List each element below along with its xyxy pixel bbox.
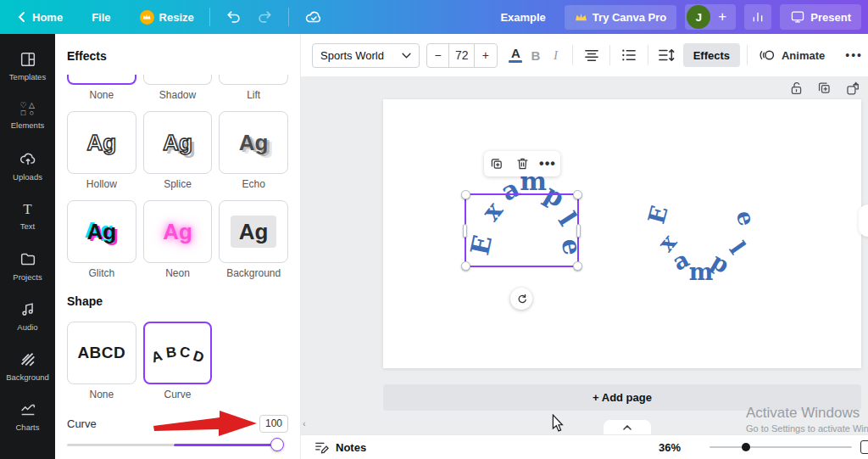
canva-editor: Home File Resize Example Try Canva Pro [0, 0, 868, 459]
zoom-level[interactable]: 36% [659, 441, 681, 454]
spacing-button[interactable] [655, 43, 678, 68]
sidebar-item-elements[interactable]: ♡△□○ Elements [0, 91, 55, 141]
duplicate-element-button[interactable] [487, 154, 507, 174]
shape-curve-preview: ABCD [145, 323, 211, 383]
effects-toolbar-button[interactable]: Effects [683, 43, 740, 67]
templates-icon [19, 50, 37, 69]
duplicate-page-button[interactable] [817, 81, 832, 96]
fullscreen-icon[interactable] [860, 440, 868, 454]
chevron-down-icon [402, 53, 411, 59]
effect-option-none[interactable]: None [67, 75, 136, 101]
glitch-preview: Ag [86, 221, 116, 243]
font-size-decrease[interactable]: − [427, 44, 448, 67]
effect-option-echo[interactable]: Ag Echo [219, 111, 288, 190]
account-group: J + [685, 4, 736, 30]
bottom-bar: Notes 36% [301, 434, 868, 459]
shape-option-none[interactable]: ABCD None [67, 322, 136, 400]
font-family-select[interactable]: Sports World [312, 43, 420, 68]
list-button[interactable] [617, 43, 640, 68]
effect-option-neon[interactable]: Ag Neon [143, 200, 213, 279]
cloud-save-status[interactable] [298, 3, 330, 31]
effect-option-background[interactable]: Ag Background [219, 200, 288, 279]
sidebar-item-projects[interactable]: Projects [0, 241, 55, 291]
hatch-icon [19, 350, 37, 369]
sidebar-item-uploads[interactable]: Uploads [0, 141, 55, 191]
collapse-bottom-panel-tab[interactable] [604, 420, 651, 434]
try-canva-pro-button[interactable]: Try Canva Pro [565, 5, 676, 30]
hollow-preview: Ag [86, 132, 116, 154]
curve-slider[interactable] [67, 438, 288, 451]
element-more-options-button[interactable]: ••• [537, 154, 558, 174]
add-page-icon-button[interactable] [845, 81, 860, 96]
more-options-button[interactable]: ••• [840, 48, 868, 62]
alignment-button[interactable] [580, 43, 603, 68]
text-color-swatch [509, 60, 522, 63]
design-page[interactable] [383, 99, 861, 368]
shape-section-title: Shape [67, 294, 288, 308]
home-button[interactable]: Home [10, 6, 70, 29]
width-handle-right[interactable] [576, 224, 581, 238]
notes-button[interactable]: Notes [314, 440, 366, 454]
divider [209, 8, 210, 26]
sidebar-item-background[interactable]: Background [0, 341, 55, 391]
resize-handle-top-left[interactable] [461, 190, 470, 199]
chevron-up-icon [623, 425, 632, 430]
resize-handle-bottom-right[interactable] [573, 261, 582, 271]
add-page-button[interactable]: + Add page [383, 384, 861, 411]
undo-button[interactable] [219, 3, 249, 31]
present-button[interactable]: Present [780, 4, 861, 30]
sidebar-item-templates[interactable]: Templates [0, 41, 55, 91]
export-page-icon [845, 81, 860, 96]
sidebar-item-text[interactable]: T Text [0, 191, 55, 241]
effect-option-glitch[interactable]: Ag Glitch [67, 200, 136, 279]
canvas-area: Example Example ••• + Add page [301, 76, 868, 434]
document-title[interactable]: Example [500, 11, 545, 24]
avatar[interactable]: J [687, 5, 710, 29]
text-toolbar: Sports World − 72 + A B I Effects An [301, 34, 868, 76]
elements-icon: ♡△□○ [19, 102, 36, 117]
text-color-button[interactable]: A [506, 43, 526, 68]
width-handle-left[interactable] [463, 224, 467, 238]
effect-option-shadow[interactable]: Shadow [143, 75, 213, 101]
add-member-button[interactable]: + [710, 8, 734, 25]
slider-track-active [174, 444, 277, 446]
side-panel-toggle-bump[interactable] [859, 204, 868, 237]
unlock-icon [789, 81, 804, 96]
redo-button[interactable] [249, 3, 280, 31]
curve-label: Curve [67, 417, 97, 430]
zoom-slider[interactable] [709, 442, 852, 452]
curve-slider-handle[interactable] [270, 438, 284, 451]
divider [747, 45, 748, 65]
sidebar-item-audio[interactable]: Audio [0, 291, 55, 341]
curve-value-input[interactable]: 100 [259, 415, 288, 433]
file-button[interactable]: File [85, 6, 117, 29]
resize-button[interactable]: Resize [133, 5, 201, 30]
page-tools [789, 81, 860, 96]
italic-button[interactable]: I [546, 43, 566, 68]
insights-button[interactable] [744, 4, 771, 30]
shape-option-curve[interactable]: ABCD Curve [143, 322, 213, 400]
bold-button[interactable]: B [526, 43, 546, 68]
animate-button[interactable]: Animate [754, 48, 830, 63]
delete-element-button[interactable] [512, 154, 532, 174]
font-size-value[interactable]: 72 [448, 44, 475, 67]
rotate-handle[interactable] [510, 288, 532, 310]
shape-none-preview: ABCD [77, 344, 125, 362]
effect-option-lift[interactable]: Lift [219, 75, 288, 101]
effect-option-splice[interactable]: Ag Splice [143, 111, 213, 190]
resize-handle-top-right[interactable] [573, 190, 582, 199]
home-label: Home [32, 11, 63, 24]
effect-option-hollow[interactable]: Ag Hollow [67, 111, 136, 190]
background-preview: Ag [231, 216, 277, 248]
resize-handle-bottom-left[interactable] [461, 261, 470, 271]
font-size-increase[interactable]: + [475, 44, 496, 67]
uploads-icon [19, 150, 37, 169]
lock-button[interactable] [789, 81, 804, 96]
slider-track-inactive [67, 444, 174, 446]
scroll-left-arrow[interactable]: ‹ [303, 418, 306, 428]
bar-chart-icon [751, 10, 765, 24]
animate-icon [760, 48, 776, 63]
sidebar-item-charts[interactable]: Charts [0, 391, 55, 441]
zoom-slider-handle[interactable] [742, 443, 750, 451]
selection-box[interactable] [465, 193, 579, 267]
